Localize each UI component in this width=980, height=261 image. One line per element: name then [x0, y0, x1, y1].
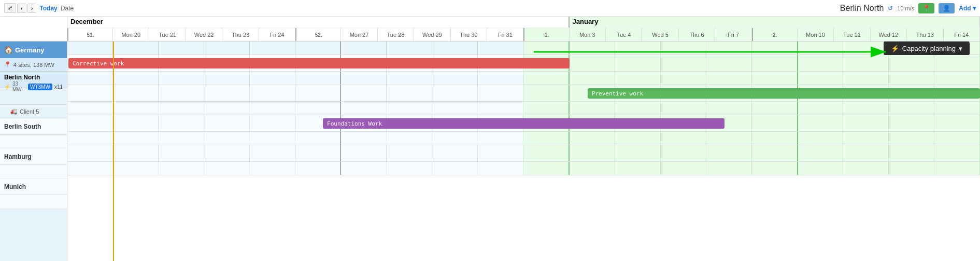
- hamburg-item[interactable]: Hamburg: [0, 148, 67, 165]
- refresh-icon[interactable]: ↺: [888, 5, 893, 12]
- gcell-jan: [934, 145, 980, 161]
- hamburg-grid-row: Foundations Work: [67, 115, 980, 132]
- client5-label: Client 5: [20, 108, 39, 115]
- gcell: [159, 72, 204, 85]
- gcell-jan: [752, 145, 798, 161]
- gcell-jan: [798, 42, 844, 54]
- hamburg-sub: [0, 165, 67, 178]
- week-2-label: 2.: [752, 28, 798, 41]
- gcell: [295, 102, 342, 115]
- gcell-jan: [798, 162, 844, 175]
- gcell: [478, 42, 523, 54]
- gcell: [159, 132, 204, 145]
- berlin-north-item[interactable]: Berlin North ⚡ 33 MW WT3MW x11: [0, 72, 67, 88]
- gcell: [159, 162, 204, 175]
- gcell: [67, 42, 113, 54]
- gcell: [250, 42, 295, 54]
- january-label: January: [570, 17, 980, 28]
- expand-btn[interactable]: ⤢: [4, 3, 16, 13]
- day-wed29: Wed 29: [414, 28, 450, 41]
- gcell: [478, 102, 523, 115]
- gcell: [204, 85, 250, 101]
- capacity-planning-button[interactable]: ⚡ Capacity planning ▾: [884, 42, 970, 55]
- gcell-jan: [615, 145, 661, 161]
- gcell-jan: [706, 72, 752, 85]
- truck-icon: 🚛: [10, 108, 18, 115]
- gcell-jan: [889, 102, 934, 115]
- foundations-work-bar[interactable]: Foundations Work: [323, 118, 725, 129]
- client5-item[interactable]: 🚛 Client 5: [0, 105, 67, 118]
- day-fri14: Fri 14: [944, 28, 980, 41]
- capacity-chevron-icon: ▾: [959, 44, 962, 52]
- date-button[interactable]: Date: [61, 5, 74, 12]
- date-header: December January 51. Mon 20 Tue 21 Wed 2…: [0, 17, 980, 42]
- gcell-jan: [523, 162, 570, 175]
- gcell-jan: [934, 55, 980, 71]
- preventive-work-label: Preventive work: [592, 90, 643, 97]
- gcell: [250, 115, 295, 131]
- gcell: [113, 145, 159, 161]
- gcell: [432, 145, 478, 161]
- gcell: [387, 85, 432, 101]
- gcell-jan: [889, 55, 934, 71]
- gcell: [204, 115, 250, 131]
- gcell-jan: [661, 132, 706, 145]
- gcell-jan: [570, 132, 615, 145]
- gcell: [113, 72, 159, 85]
- gcell: [113, 115, 159, 131]
- today-button[interactable]: Today: [39, 5, 57, 12]
- gcell-jan: [889, 115, 934, 131]
- gcell: [159, 85, 204, 101]
- corrective-work-bar[interactable]: Corrective work: [68, 58, 570, 68]
- add-button[interactable]: Add ▾: [959, 5, 976, 12]
- gcell: [113, 162, 159, 175]
- gcell: [204, 42, 250, 54]
- gcell: [295, 85, 342, 101]
- gcell: [159, 102, 204, 115]
- gcell: [250, 85, 295, 101]
- preventive-work-bar[interactable]: Preventive work: [588, 88, 980, 99]
- gcell: [341, 102, 387, 115]
- next-btn[interactable]: ›: [27, 4, 37, 13]
- sidebar: 🏠 Germany 📍 4 sites, 138 MW Berlin North…: [0, 42, 67, 261]
- berlin-north-grid-row: Corrective work: [67, 55, 980, 72]
- gcell: [478, 132, 523, 145]
- map-button[interactable]: 📍: [918, 3, 934, 13]
- gcell: [341, 72, 387, 85]
- gcell: [250, 162, 295, 175]
- gcell: [295, 162, 342, 175]
- germany-label: Germany: [15, 46, 44, 54]
- berlin-north-count: x11: [54, 84, 63, 90]
- user-button[interactable]: 👤: [939, 3, 955, 13]
- gcell: [478, 162, 523, 175]
- gcell-jan: [661, 55, 706, 71]
- gcell: [113, 42, 159, 54]
- berlin-south-item[interactable]: Berlin South: [0, 118, 67, 135]
- gcell-jan: [570, 162, 615, 175]
- germany-grid-cells: [67, 42, 980, 54]
- gcell-jan: [752, 72, 798, 85]
- calendar-grid: ⚡ Capacity planning ▾: [67, 42, 980, 261]
- berlin-north-wt: WT3MW: [28, 84, 52, 90]
- gcell: [341, 132, 387, 145]
- munich-item[interactable]: Munich: [0, 178, 67, 195]
- gcell-jan: [706, 55, 752, 71]
- prev-btn[interactable]: ‹: [17, 4, 26, 13]
- gcell-jan: [843, 55, 889, 71]
- gcell: [204, 132, 250, 145]
- munich-sub-row: [67, 162, 980, 175]
- gcell: [67, 162, 113, 175]
- gcell-jan: [752, 102, 798, 115]
- hamburg-sub-row: [67, 132, 980, 145]
- gcell: [250, 132, 295, 145]
- gcell-jan: [523, 85, 570, 101]
- gcell: [478, 72, 523, 85]
- gcell-jan: [843, 162, 889, 175]
- gcell-jan: [843, 42, 889, 54]
- gcell: [113, 102, 159, 115]
- gcell-jan: [661, 102, 706, 115]
- site-name-label: Berlin North: [840, 4, 884, 13]
- gcell-jan: [889, 162, 934, 175]
- gcell-jan: [889, 132, 934, 145]
- day-tue4: Tue 4: [606, 28, 642, 41]
